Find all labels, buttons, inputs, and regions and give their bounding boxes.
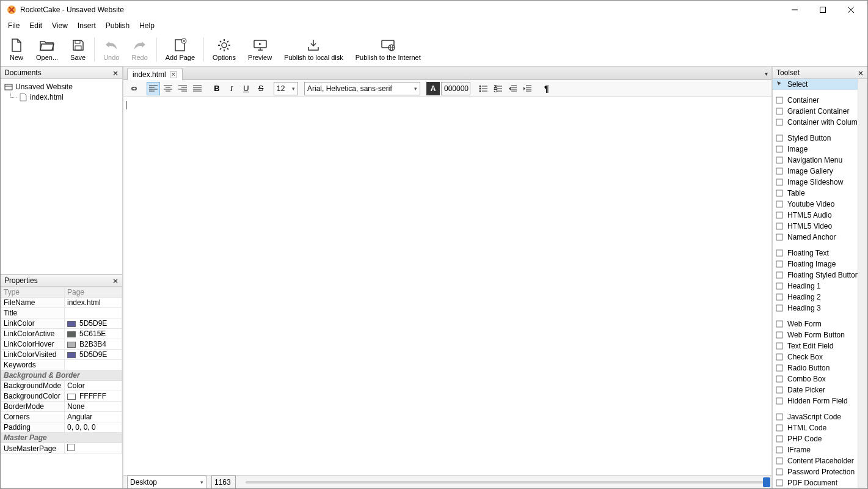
minimize-button[interactable] — [781, 1, 809, 19]
properties-grid[interactable]: TypePageFileNameindex.htmlTitleLinkColor… — [1, 287, 122, 488]
align-right-button[interactable] — [176, 82, 189, 95]
font-size-select[interactable]: 12 — [274, 82, 298, 95]
options-button[interactable]: Options — [206, 34, 242, 65]
close-icon[interactable]: ✕ — [111, 69, 120, 78]
property-row[interactable]: Title — [1, 308, 122, 318]
tool-named-anchor[interactable]: Named Anchor — [773, 232, 858, 243]
tool-html-code[interactable]: HTML Code — [773, 422, 858, 433]
align-justify-button[interactable] — [191, 82, 204, 95]
width-slider[interactable] — [246, 481, 768, 483]
underline-button[interactable]: U — [239, 82, 253, 95]
tool-html5-video[interactable]: HTML5 Video — [773, 221, 858, 232]
property-row[interactable]: FileNameindex.html — [1, 298, 122, 308]
device-select[interactable]: Desktop — [127, 476, 206, 489]
close-icon[interactable]: ✕ — [111, 277, 120, 285]
align-center-button[interactable] — [161, 82, 175, 95]
property-row[interactable]: Padding0, 0, 0, 0 — [1, 422, 122, 433]
tool-container-with-columns[interactable]: Container with Columns — [773, 117, 858, 128]
tool-radio-button[interactable]: Radio Button — [773, 362, 858, 373]
tab-overflow-icon[interactable]: ▾ — [765, 70, 768, 77]
tool-navigation-menu[interactable]: Navigation Menu — [773, 155, 858, 166]
tool-web-form[interactable]: Web Form — [773, 318, 858, 329]
align-left-button[interactable] — [147, 82, 160, 95]
font-color-button[interactable]: A — [426, 82, 440, 95]
scrollbar[interactable] — [858, 79, 867, 488]
canvas-width-input[interactable]: 1163 — [211, 476, 236, 489]
property-row[interactable]: BackgroundColorFFFFFF — [1, 391, 122, 402]
open-button[interactable]: Open... — [30, 34, 64, 65]
tab-index[interactable]: index.html ✕ — [127, 68, 183, 80]
tool-check-box[interactable]: Check Box — [773, 351, 858, 362]
slider-thumb[interactable] — [763, 477, 770, 487]
undo-button[interactable]: Undo — [97, 34, 125, 65]
tool-container[interactable]: Container — [773, 95, 858, 106]
tool-floating-styled-button[interactable]: Floating Styled Button — [773, 270, 858, 281]
tool-heading-1[interactable]: Heading 1 — [773, 281, 858, 292]
outdent-button[interactable] — [506, 82, 519, 95]
tool-date-picker[interactable]: Date Picker — [773, 384, 858, 395]
bullet-list-button[interactable] — [476, 82, 490, 95]
link-button[interactable] — [127, 82, 140, 95]
tool-pdf-document[interactable]: PDF Document — [773, 477, 858, 488]
font-color-hex[interactable]: 000000 — [441, 82, 470, 95]
publish-internet-button[interactable]: Publish to the Internet — [349, 34, 427, 65]
tool-floating-text[interactable]: Floating Text — [773, 248, 858, 259]
property-row[interactable]: UseMasterPage — [1, 443, 122, 454]
tool-text-edit-field[interactable]: Text Edit Field — [773, 340, 858, 351]
font-family-select[interactable]: Arial, Helvetica, sans-serif — [304, 82, 420, 95]
tool-content-placeholder[interactable]: Content Placeholder — [773, 455, 858, 466]
paragraph-button[interactable]: ¶ — [540, 82, 553, 95]
tool-html5-audio[interactable]: HTML5 Audio — [773, 210, 858, 221]
strikethrough-button[interactable]: S — [254, 82, 268, 95]
italic-button[interactable]: I — [225, 82, 238, 95]
property-row[interactable]: LinkColorVisited5D5D9E — [1, 350, 122, 360]
indent-button[interactable] — [520, 82, 534, 95]
property-row[interactable]: LinkColorHoverB2B3B4 — [1, 339, 122, 350]
tab-close-icon[interactable]: ✕ — [170, 71, 177, 78]
bold-button[interactable]: B — [210, 82, 224, 95]
property-row[interactable]: LinkColor5D5D9E — [1, 318, 122, 329]
documents-tree[interactable]: Unsaved Website index.html — [1, 79, 122, 274]
toolset-list[interactable]: SelectContainerGradient ContainerContain… — [773, 79, 858, 488]
menu-edit[interactable]: Edit — [24, 20, 47, 32]
property-row[interactable]: Keywords — [1, 360, 122, 370]
preview-button[interactable]: Preview — [242, 34, 278, 65]
menu-insert[interactable]: Insert — [73, 20, 101, 32]
tool-gradient-container[interactable]: Gradient Container — [773, 106, 858, 117]
tool-youtube-video[interactable]: Youtube Video — [773, 199, 858, 210]
menu-help[interactable]: Help — [134, 20, 159, 32]
tree-page[interactable]: index.html — [4, 92, 119, 102]
editor-canvas[interactable] — [123, 97, 771, 475]
tree-project[interactable]: Unsaved Website — [4, 81, 119, 92]
tool-image-gallery[interactable]: Image Gallery — [773, 166, 858, 177]
tool-table[interactable]: Table — [773, 188, 858, 199]
tool-php-code[interactable]: PHP Code — [773, 433, 858, 444]
add-page-button[interactable]: Add Page — [159, 34, 201, 65]
close-icon[interactable]: ✕ — [856, 69, 865, 78]
property-row[interactable]: CornersAngular — [1, 412, 122, 422]
tool-hidden-form-field[interactable]: Hidden Form Field — [773, 395, 858, 406]
tool-combo-box[interactable]: Combo Box — [773, 373, 858, 384]
maximize-button[interactable] — [809, 1, 837, 19]
save-button[interactable]: Save — [64, 34, 92, 65]
tool-styled-button[interactable]: Styled Button — [773, 133, 858, 144]
numbered-list-button[interactable]: 123 — [491, 82, 505, 95]
tool-heading-3[interactable]: Heading 3 — [773, 303, 858, 314]
tool-javascript-code[interactable]: JavaScript Code — [773, 411, 858, 422]
tool-iframe[interactable]: IFrame — [773, 444, 858, 455]
tool-web-form-button[interactable]: Web Form Button — [773, 329, 858, 340]
property-row[interactable]: BorderModeNone — [1, 402, 122, 412]
property-row[interactable]: BackgroundModeColor — [1, 381, 122, 391]
tool-password-protection[interactable]: Password Protection — [773, 466, 858, 477]
property-row[interactable]: LinkColorActive5C615E — [1, 329, 122, 339]
new-button[interactable]: New — [3, 34, 30, 65]
menu-publish[interactable]: Publish — [101, 20, 134, 32]
menu-file[interactable]: File — [3, 20, 24, 32]
tool-heading-2[interactable]: Heading 2 — [773, 292, 858, 303]
close-button[interactable] — [837, 1, 865, 19]
tool-floating-image[interactable]: Floating Image — [773, 259, 858, 270]
tool-image-slideshow[interactable]: Image Slideshow — [773, 177, 858, 188]
tool-image[interactable]: Image — [773, 144, 858, 155]
tool-select[interactable]: Select — [773, 79, 858, 90]
redo-button[interactable]: Redo — [125, 34, 153, 65]
